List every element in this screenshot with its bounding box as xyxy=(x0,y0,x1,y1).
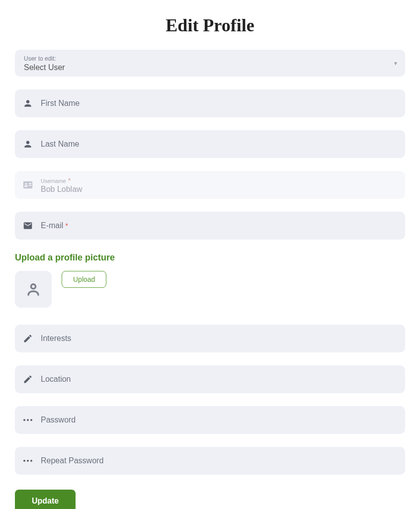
person-outline-icon xyxy=(25,281,42,298)
update-button[interactable]: Update xyxy=(15,490,76,509)
interests-field[interactable]: Interests xyxy=(15,325,405,352)
id-card-icon xyxy=(22,179,34,191)
pencil-icon xyxy=(22,333,34,344)
svg-point-0 xyxy=(31,284,35,289)
mail-icon xyxy=(22,220,34,232)
upload-section-heading: Upload a profile picture xyxy=(15,253,405,263)
first-name-field[interactable]: First Name xyxy=(15,89,405,117)
required-indicator: * xyxy=(68,176,71,184)
upload-row: Upload xyxy=(15,271,405,308)
pencil-icon xyxy=(22,373,34,385)
username-value: Bob Loblaw xyxy=(41,185,83,194)
last-name-field[interactable]: Last Name xyxy=(15,130,405,158)
email-field[interactable]: E-mail* xyxy=(15,212,405,240)
dots-icon xyxy=(22,455,34,467)
avatar-placeholder xyxy=(15,271,52,308)
first-name-placeholder: First Name xyxy=(41,99,80,108)
person-icon xyxy=(22,97,34,109)
password-field[interactable]: Password xyxy=(15,406,405,434)
location-field[interactable]: Location xyxy=(15,365,405,393)
repeat-password-field[interactable]: Repeat Password xyxy=(15,447,405,475)
username-label: Username* xyxy=(41,176,83,184)
email-placeholder: E-mail* xyxy=(41,221,68,230)
user-select[interactable]: User to edit: Select User ▼ xyxy=(15,50,405,77)
chevron-down-icon: ▼ xyxy=(393,61,398,66)
location-placeholder: Location xyxy=(41,375,71,384)
page-title: Edit Profile xyxy=(15,15,405,36)
user-select-label: User to edit: xyxy=(24,55,396,62)
dots-icon xyxy=(22,414,34,426)
required-indicator: * xyxy=(65,221,68,230)
username-field[interactable]: Username* Bob Loblaw xyxy=(15,171,405,199)
upload-button[interactable]: Upload xyxy=(62,271,106,288)
interests-placeholder: Interests xyxy=(41,334,71,343)
password-placeholder: Password xyxy=(41,416,76,424)
person-icon xyxy=(22,138,34,150)
last-name-placeholder: Last Name xyxy=(41,140,79,149)
repeat-password-placeholder: Repeat Password xyxy=(41,456,103,465)
user-select-value: Select User xyxy=(24,63,396,72)
